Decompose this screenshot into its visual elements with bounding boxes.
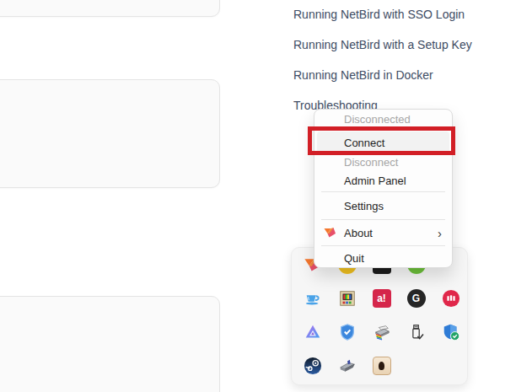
photo-frame-icon <box>338 289 357 308</box>
coffee-cup-icon <box>304 289 322 308</box>
menu-separator <box>321 245 445 246</box>
scanner-tool-tray-icon[interactable] <box>330 349 364 383</box>
action-recorder-tray-icon[interactable]: a! <box>364 282 399 315</box>
red-circle-icon <box>442 289 460 308</box>
connect-label: Connect <box>344 137 384 149</box>
menu-separator <box>321 191 445 192</box>
doc-code-card-middle <box>0 79 220 188</box>
action-a-icon: a! <box>373 289 391 308</box>
logitech-g-tray-icon[interactable]: G <box>399 282 433 315</box>
menu-item-admin-panel[interactable]: Admin Panel <box>314 170 452 191</box>
shield-check-tray-icon[interactable] <box>330 315 364 349</box>
usb-safely-remove-tray-icon[interactable] <box>399 315 433 349</box>
doc-link-setup-key[interactable]: Running NetBird with a Setup Key <box>293 38 472 51</box>
about-label: About <box>344 227 373 239</box>
red-circle-app-tray-icon[interactable] <box>433 282 468 315</box>
windows-security-tray-icon[interactable] <box>433 315 468 349</box>
empty-tray-cell <box>399 349 433 383</box>
gradient-triangle-tray-icon[interactable] <box>295 315 330 349</box>
keyboard-key-tray-icon[interactable] <box>364 349 399 383</box>
empty-tray-cell <box>433 349 468 383</box>
key-blob-icon <box>379 362 384 370</box>
menu-item-about[interactable]: About › <box>314 222 452 244</box>
doc-code-card-top <box>0 0 220 17</box>
menu-item-settings[interactable]: Settings <box>314 195 452 217</box>
submenu-chevron-icon: › <box>438 227 442 239</box>
doc-code-card-bottom <box>0 296 220 392</box>
menu-item-connect[interactable]: Connect <box>314 130 452 155</box>
logitech-g-icon: G <box>407 289 426 308</box>
netbird-logo-icon <box>323 227 337 239</box>
printer-icon <box>373 323 391 341</box>
netbird-context-menu: Disconnected Connect Disconnect Admin Pa… <box>314 109 453 268</box>
windows-security-shield-icon <box>442 323 460 341</box>
coffee-cup-tray-icon[interactable] <box>295 282 330 315</box>
photo-viewer-tray-icon[interactable] <box>330 282 364 315</box>
steam-tray-icon[interactable] <box>295 349 330 383</box>
menu-separator <box>321 219 445 220</box>
blue-shield-check-icon <box>338 323 357 341</box>
printer-tray-icon[interactable] <box>364 315 399 349</box>
key-cap-icon <box>373 357 391 375</box>
doc-link-sso-login[interactable]: Running NetBird with SSO Login <box>293 8 465 21</box>
doc-link-docker[interactable]: Running NetBird in Docker <box>293 68 433 82</box>
usb-eject-icon <box>407 323 426 341</box>
gradient-triangle-icon <box>304 323 322 341</box>
scanner-icon <box>338 357 357 375</box>
menu-item-quit[interactable]: Quit <box>314 248 452 268</box>
steam-icon <box>304 357 322 375</box>
menu-item-disconnect: Disconnect <box>314 154 452 170</box>
menu-item-disconnected-status: Disconnected <box>314 110 452 128</box>
